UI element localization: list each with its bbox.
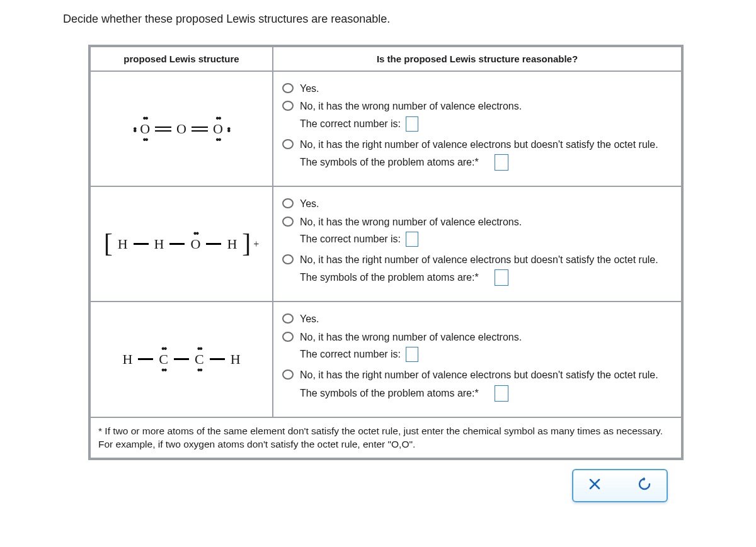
header-right: Is the proposed Lewis structure reasonab… <box>273 47 682 71</box>
single-bond-icon <box>210 358 225 360</box>
single-bond-icon <box>169 243 185 245</box>
answer-cell: Yes. No, it has the wrong number of vale… <box>273 71 682 186</box>
single-bond-icon <box>174 358 189 360</box>
answer-cell: Yes. No, it has the wrong number of vale… <box>273 302 682 417</box>
reset-button[interactable] <box>634 477 655 495</box>
problem-atoms-label: The symbols of the problem atoms are:* <box>300 388 479 399</box>
atoms-input[interactable] <box>495 269 508 286</box>
radio-octet[interactable] <box>282 369 294 380</box>
atoms-input[interactable] <box>495 154 508 171</box>
single-bond-icon <box>206 243 221 245</box>
radio-wrong-count[interactable] <box>282 217 294 227</box>
radio-octet[interactable] <box>282 139 294 149</box>
radio-wrong-count[interactable] <box>282 332 294 342</box>
lewis-structure-h3o-cation: [ H H O•• H ]+ <box>90 186 273 302</box>
atoms-input[interactable] <box>495 385 508 402</box>
number-input[interactable] <box>406 347 418 362</box>
footnote-row: * If two or more atoms of the same eleme… <box>90 417 682 458</box>
radio-wrong-count[interactable] <box>282 101 294 111</box>
header-left: proposed Lewis structure <box>90 47 273 71</box>
table-row: O•••••• O O•••••• Yes. No, it has the wr… <box>90 71 682 186</box>
question-prompt: Decide whether these proposed Lewis stru… <box>63 13 693 26</box>
problem-atoms-label: The symbols of the problem atoms are:* <box>300 272 479 283</box>
lewis-structure-hcch-lone-pairs: H C•••• C•••• H <box>90 302 273 417</box>
main-table: proposed Lewis structure Is the proposed… <box>89 46 682 459</box>
reset-icon <box>638 477 651 491</box>
correct-number-label: The correct number is: <box>300 234 401 245</box>
correct-number-label: The correct number is: <box>300 118 401 130</box>
correct-number-label: The correct number is: <box>300 349 401 360</box>
problem-atoms-label: The symbols of the problem atoms are:* <box>300 157 479 168</box>
lewis-structure-ozone: O•••••• O O•••••• <box>90 71 273 186</box>
radio-yes[interactable] <box>282 198 294 208</box>
table-row: [ H H O•• H ]+ Yes. No, it has the wrong… <box>90 186 682 302</box>
toolbar <box>63 469 668 502</box>
footnote-text: * If two or more atoms of the same eleme… <box>90 417 682 458</box>
number-input[interactable] <box>406 232 418 247</box>
radio-octet[interactable] <box>282 254 294 264</box>
question-frame: proposed Lewis structure Is the proposed… <box>88 45 684 460</box>
radio-yes[interactable] <box>282 313 294 324</box>
table-row: H C•••• C•••• H Yes. No, it has the wron… <box>90 302 682 417</box>
number-input[interactable] <box>406 116 418 132</box>
radio-yes[interactable] <box>282 83 294 93</box>
single-bond-icon <box>134 243 149 245</box>
clear-button[interactable] <box>585 477 605 494</box>
single-bond-icon <box>138 358 153 360</box>
answer-cell: Yes. No, it has the wrong number of vale… <box>273 186 682 302</box>
close-icon <box>588 478 601 490</box>
